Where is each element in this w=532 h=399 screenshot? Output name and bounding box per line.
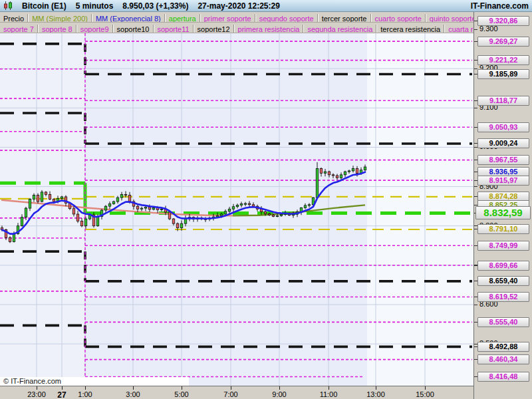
candle-body [29, 199, 31, 208]
indicator-legend-row-2: soporte 7soporte 8soporte9soporte10sopor… [0, 23, 473, 33]
candle-body [332, 175, 334, 176]
open-price-label: 8.832,59 [475, 206, 531, 219]
price-level-label: 9.185,89 [477, 69, 529, 79]
candle-body [168, 212, 171, 219]
price-level-label: 9.221,22 [477, 55, 529, 65]
legend-item-primer-soporte[interactable]: primer soporte [200, 14, 255, 23]
candle-body [61, 197, 63, 198]
plot-bg-prev-day [0, 33, 85, 386]
candle-body [236, 205, 239, 206]
candle-body [180, 223, 183, 228]
candle-body [128, 196, 131, 201]
price-level-label: 8.967,55 [477, 155, 529, 165]
time-axis[interactable]: 23:00271:003:005:007:009:0011:0013:0015:… [0, 386, 473, 399]
candle-body [220, 214, 223, 215]
price-level-label: 8.492,88 [477, 342, 529, 352]
time-axis-label: 11:00 [320, 390, 338, 398]
candle-body [76, 214, 79, 221]
candle-body [72, 209, 75, 214]
time-axis-label: 5:00 [174, 390, 188, 398]
candle-body [80, 221, 83, 226]
legend-item-tercera-resistencia[interactable]: tercera resistencia [376, 25, 444, 33]
time-tick-mark [425, 386, 426, 390]
legend-item-cuarta-resistencia[interactable]: cuarta resistencia [444, 25, 473, 33]
candle-body [25, 208, 27, 217]
candle-body [252, 205, 255, 206]
indicator-legend-row-1: PrecioMM (Simple 200)MM (Exponencial 8)a… [0, 12, 473, 23]
legend-item-quinto-soporte[interactable]: quinto soporte [426, 14, 473, 23]
candle-body [276, 215, 279, 216]
price-level-label: 8.659,40 [477, 276, 529, 286]
candle-body [136, 206, 139, 209]
legend-item-primera-resistencia[interactable]: primera resistencia [234, 25, 304, 33]
candle-body [364, 167, 366, 170]
candle-body [140, 208, 143, 209]
time-axis-label: 15:00 [416, 390, 434, 398]
time-axis-label: 23:00 [27, 390, 46, 398]
candle-body [264, 211, 267, 213]
time-tick-mark [376, 386, 376, 390]
candle-body [45, 192, 47, 195]
price-axis[interactable]: 9.3009.2009.1009.0008.9008.8008.7008.600… [473, 12, 532, 399]
legend-item-mm-simple-200-[interactable]: MM (Simple 200) [28, 14, 92, 23]
time-tick-mark [133, 386, 134, 390]
legend-item-soporte9[interactable]: soporte9 [76, 25, 113, 33]
price-tick-mark [474, 29, 477, 30]
time-axis-label: 3:00 [126, 390, 140, 398]
legend-item-soporte10[interactable]: soporte10 [113, 25, 154, 33]
legend-item-mm-exponencial-8-[interactable]: MM (Exponencial 8) [92, 14, 165, 23]
candle-body [160, 209, 163, 209]
price-level-label: 9.118,77 [477, 96, 529, 106]
watermark-text: © IT-Finance.com [3, 377, 61, 385]
legend-item-cuarto-soporte[interactable]: cuarto soporte [371, 14, 426, 23]
time-tick-mark [329, 386, 329, 390]
price-level-label: 8.749,99 [477, 241, 529, 251]
candle-body [148, 207, 151, 209]
price-level-label: 8.699,66 [477, 261, 529, 271]
candle-body [228, 209, 231, 211]
candle-body [21, 217, 23, 226]
candle-body [108, 204, 111, 207]
last-price-change: 8.950,03 (+1,33%) [122, 1, 188, 11]
candle-body [144, 207, 147, 208]
candle-body [232, 207, 235, 209]
candle-body [53, 199, 55, 201]
candle-body [328, 172, 331, 175]
candle-body [356, 168, 358, 173]
candle-body [224, 211, 227, 214]
candle-body [344, 172, 346, 175]
candle-body [120, 194, 123, 198]
candle-body [244, 203, 247, 204]
legend-item-apertura[interactable]: apertura [165, 14, 200, 23]
chart-plot-area[interactable]: © IT-Finance.com [0, 33, 473, 386]
candle-body [336, 176, 338, 178]
candle-body [9, 237, 11, 241]
candle-body [176, 223, 179, 228]
candle-body [13, 234, 15, 242]
legend-item-soporte-7[interactable]: soporte 7 [0, 25, 38, 33]
legend-item-soporte-8[interactable]: soporte 8 [38, 25, 76, 33]
price-level-label: 8.619,52 [477, 292, 529, 302]
price-level-label: 9.009,24 [477, 138, 529, 148]
candle-body [184, 219, 187, 223]
time-tick-mark [62, 386, 63, 390]
legend-item-tercer-soporte[interactable]: tercer soporte [318, 14, 371, 23]
candle-body [104, 206, 107, 210]
time-axis-label: 1:00 [78, 390, 92, 398]
plot-bg-future [367, 33, 473, 386]
legend-item-precio[interactable]: Precio [0, 14, 28, 23]
legend-item-segundo-soporte[interactable]: segundo soporte [255, 14, 318, 23]
price-level-label: 9.320,86 [477, 16, 529, 26]
time-tick-mark [279, 386, 280, 390]
chart-datetime: 27-may-2020 12:25:29 [198, 1, 279, 11]
candle-body [304, 205, 307, 208]
candle-body [84, 219, 87, 226]
time-axis-label: 27 [57, 390, 66, 399]
legend-item-segunda-resistencia[interactable]: segunda resistencia [303, 25, 376, 33]
price-level-label: 8.915,97 [477, 176, 529, 186]
candle-body [348, 171, 350, 172]
legend-item-soporte11[interactable]: soporte11 [154, 25, 194, 33]
candle-body [112, 201, 115, 204]
candle-body [33, 196, 35, 200]
legend-item-soporte12[interactable]: soporte12 [194, 25, 234, 33]
